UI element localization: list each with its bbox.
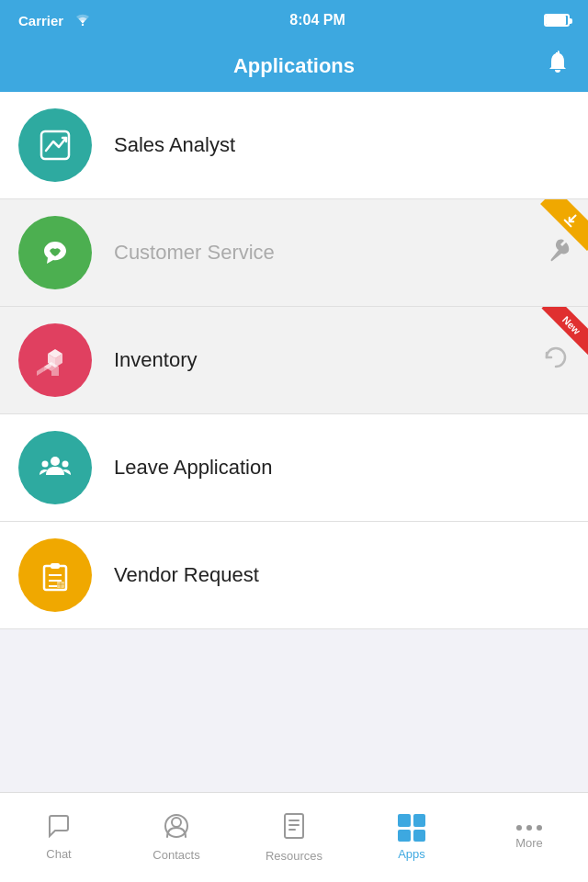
svg-point-10 bbox=[42, 461, 49, 468]
status-bar: Carrier 8:04 PM bbox=[0, 0, 588, 40]
app-list: Sales Analyst Customer Service bbox=[0, 92, 588, 629]
svg-point-9 bbox=[51, 457, 60, 466]
tab-more-label: More bbox=[515, 836, 543, 850]
sales-analyst-label: Sales Analyst bbox=[114, 133, 235, 157]
tab-resources[interactable]: Resources bbox=[235, 793, 353, 882]
leave-application-icon bbox=[18, 431, 92, 504]
tab-contacts-label: Contacts bbox=[153, 848, 199, 862]
apps-icon bbox=[398, 814, 425, 842]
tab-apps-label: Apps bbox=[398, 847, 425, 861]
customer-service-settings-icon bbox=[544, 237, 570, 269]
leave-application-label: Leave Application bbox=[114, 456, 272, 480]
tab-chat-label: Chat bbox=[46, 847, 71, 861]
contacts-icon bbox=[164, 813, 189, 842]
sales-analyst-icon bbox=[18, 108, 92, 182]
svg-rect-13 bbox=[51, 563, 60, 569]
svg-marker-6 bbox=[37, 367, 44, 376]
tab-chat[interactable]: Chat bbox=[0, 793, 118, 882]
status-time: 8:04 PM bbox=[289, 12, 345, 28]
carrier-label: Carrier bbox=[18, 13, 63, 28]
vendor-request-label: Vendor Request bbox=[114, 563, 259, 587]
chat-icon bbox=[46, 814, 72, 842]
tab-resources-label: Resources bbox=[266, 849, 322, 863]
inventory-icon bbox=[18, 323, 92, 397]
inventory-label: Inventory bbox=[114, 348, 198, 372]
more-icon bbox=[516, 825, 542, 831]
app-item-leave-application[interactable]: Leave Application bbox=[0, 414, 588, 522]
app-header: Applications bbox=[0, 40, 588, 92]
tab-apps[interactable]: Apps bbox=[353, 793, 470, 882]
customer-service-label: Customer Service bbox=[114, 241, 275, 265]
page-title: Applications bbox=[233, 54, 355, 78]
customer-service-icon bbox=[18, 216, 92, 289]
svg-point-20 bbox=[172, 818, 181, 827]
svg-rect-1 bbox=[41, 131, 69, 159]
resources-icon bbox=[283, 812, 305, 843]
battery-icon bbox=[544, 14, 570, 27]
app-item-sales-analyst[interactable]: Sales Analyst bbox=[0, 92, 588, 199]
app-item-vendor-request[interactable]: Vendor Request bbox=[0, 522, 588, 629]
tab-contacts[interactable]: Contacts bbox=[118, 793, 235, 882]
tab-more[interactable]: More bbox=[470, 793, 588, 882]
tab-bar: Chat Contacts Resources bbox=[0, 792, 588, 882]
wifi-icon bbox=[74, 13, 91, 28]
inventory-refresh-icon bbox=[542, 344, 570, 378]
vendor-request-icon bbox=[18, 538, 92, 612]
svg-point-11 bbox=[62, 461, 69, 468]
app-item-inventory[interactable]: New Inventory bbox=[0, 307, 588, 414]
svg-point-0 bbox=[82, 23, 84, 25]
app-item-customer-service[interactable]: Customer Service bbox=[0, 199, 588, 307]
bell-icon[interactable] bbox=[546, 51, 570, 82]
